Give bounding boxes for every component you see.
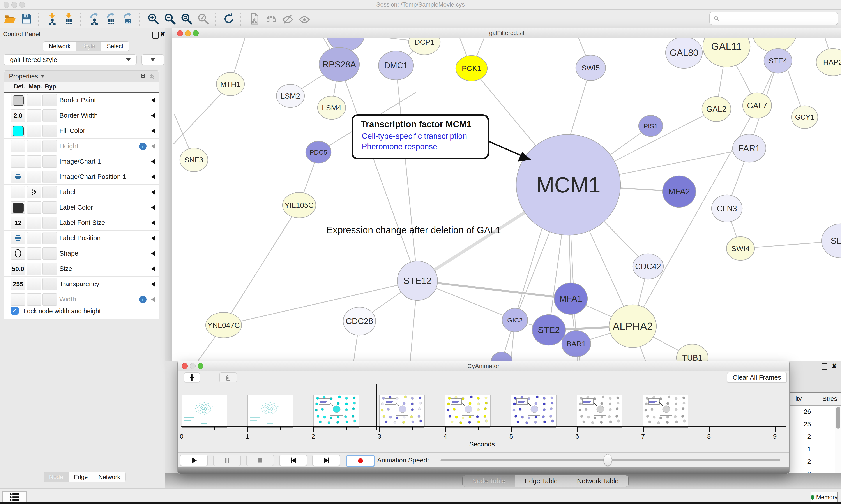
def-cell[interactable] <box>11 140 25 152</box>
default-swatch[interactable] <box>13 202 24 213</box>
collapse-arrow-icon[interactable] <box>151 251 155 256</box>
table-row[interactable]: 2 <box>789 431 835 443</box>
byp-cell[interactable] <box>42 125 57 137</box>
table-row[interactable]: 2 <box>789 456 835 468</box>
map-cell[interactable] <box>27 263 41 275</box>
play-button[interactable] <box>180 455 208 466</box>
node-mfa2[interactable]: MFA2 <box>662 176 696 207</box>
node-yil105c[interactable]: YIL105C <box>283 193 316 218</box>
map-cell[interactable] <box>27 94 41 106</box>
import-table-icon[interactable] <box>62 12 75 25</box>
frame-thumbnail-7[interactable] <box>643 395 688 426</box>
collapse-arrow-icon[interactable] <box>151 98 155 103</box>
tab-select[interactable]: Select <box>101 41 129 51</box>
clear-all-frames-button[interactable]: Clear All Frames <box>727 372 787 383</box>
node-alpha2[interactable]: ALPHA2 <box>609 305 656 348</box>
property-row-height[interactable]: Heighti <box>4 139 159 154</box>
node-mth1[interactable]: MTH1 <box>216 72 245 96</box>
node-swi4[interactable]: SWI4 <box>727 237 754 260</box>
node-lsm2[interactable]: LSM2 <box>276 84 304 108</box>
style-options-button[interactable] <box>142 54 164 65</box>
node-snf3[interactable]: SNF3 <box>180 148 208 172</box>
collapse-arrow-icon[interactable] <box>151 297 155 302</box>
scrollbar-thumb[interactable] <box>836 407 840 429</box>
tab-node-table[interactable]: Node Table <box>463 475 515 487</box>
property-row-shape[interactable]: Shape <box>4 246 159 261</box>
def-cell[interactable]: 12 <box>11 217 25 229</box>
node-slt2[interactable]: SLT2 <box>822 224 841 258</box>
default-value[interactable]: 2.0 <box>11 112 25 119</box>
default-swatch[interactable] <box>13 95 24 106</box>
collapse-arrow-icon[interactable] <box>151 205 155 210</box>
export-image-icon[interactable] <box>121 12 135 25</box>
node-pck1[interactable]: PCK1 <box>456 56 487 81</box>
collapse-arrow-icon[interactable] <box>151 282 155 287</box>
record-button[interactable] <box>346 455 375 467</box>
property-row-label-color[interactable]: Label Color <box>4 200 159 215</box>
zoom-in-icon[interactable] <box>146 12 160 25</box>
node-lsm4[interactable]: LSM4 <box>318 96 345 119</box>
node-swi5[interactable]: SWI5 <box>576 55 606 80</box>
node-pis1[interactable]: PIS1 <box>639 115 663 137</box>
property-row-transparency[interactable]: 255Transparency <box>4 276 159 292</box>
property-row-border-paint[interactable]: Border Paint <box>4 93 159 108</box>
byp-cell[interactable] <box>42 94 57 106</box>
annotation-box[interactable]: Transcription factor MCM1 Cell-type-spec… <box>352 114 489 159</box>
property-row-size[interactable]: 50.0Size <box>4 261 159 276</box>
expand-all-icon[interactable] <box>140 73 146 79</box>
add-frame-button[interactable] <box>184 373 200 382</box>
tab-edge[interactable]: Edge <box>69 472 93 482</box>
float-panel-icon[interactable] <box>153 32 159 38</box>
byp-cell[interactable] <box>42 109 57 122</box>
property-row-label[interactable]: Label <box>4 184 159 200</box>
property-row-image-chart-position-1[interactable]: Image/Chart Position 1 <box>4 169 159 184</box>
def-cell[interactable] <box>11 156 25 168</box>
edge[interactable] <box>223 281 417 325</box>
lock-size-checkbox[interactable]: ✓ <box>11 307 19 314</box>
property-row-image-chart-1[interactable]: Image/Chart 1 <box>4 154 159 169</box>
network-window-titlebar[interactable]: galFiltered.sif <box>172 28 841 38</box>
frame-thumbnail-1[interactable] <box>248 395 293 426</box>
collapse-arrow-icon[interactable] <box>151 175 155 179</box>
edge[interactable] <box>339 65 417 281</box>
property-row-fill-color[interactable]: Fill Color <box>4 123 159 139</box>
annotation-link[interactable]: Pheromone response <box>362 142 437 151</box>
map-cell[interactable] <box>27 247 41 260</box>
export-network-icon[interactable] <box>88 12 101 25</box>
column-header[interactable]: Stres <box>822 395 837 402</box>
map-cell[interactable] <box>27 109 41 122</box>
byp-cell[interactable] <box>42 232 57 244</box>
map-cell[interactable] <box>27 125 41 137</box>
map-cell[interactable] <box>27 171 41 183</box>
annotation-link[interactable]: Cell-type-specific transcription <box>362 131 467 141</box>
tab-network[interactable]: Network <box>93 472 126 482</box>
byp-cell[interactable] <box>42 156 57 168</box>
node-gic2[interactable]: GIC2 <box>502 308 527 332</box>
collapse-arrow-icon[interactable] <box>151 220 155 225</box>
frame-thumbnail-6[interactable] <box>577 395 622 426</box>
table-row[interactable]: 1 <box>789 443 835 456</box>
memory-button[interactable]: Memory <box>811 492 838 503</box>
def-cell[interactable] <box>11 125 25 137</box>
node-hap2[interactable]: HAP2 <box>816 49 841 76</box>
style-selector[interactable]: galFiltered Style <box>3 54 137 65</box>
save-session-icon[interactable] <box>20 12 33 25</box>
network-canvas[interactable]: GAL11DCP1RPS28ADMC1PCK1MTH1LSM2LSM4SWI5G… <box>172 38 841 362</box>
default-value[interactable]: 255 <box>11 281 25 288</box>
def-cell[interactable] <box>11 94 25 106</box>
refresh-view-icon[interactable] <box>222 12 236 25</box>
node-bar1[interactable]: BAR1 <box>562 330 591 357</box>
import-network-icon[interactable] <box>45 12 59 25</box>
export-table-icon[interactable] <box>104 12 118 25</box>
map-cell[interactable] <box>27 217 41 229</box>
def-cell[interactable]: 2.0 <box>11 109 25 122</box>
tab-edge-table[interactable]: Edge Table <box>515 475 568 487</box>
node-dmc1[interactable]: DMC1 <box>378 51 413 80</box>
search-input[interactable] <box>722 15 838 22</box>
delete-frame-button[interactable] <box>219 373 237 382</box>
node-tub1[interactable]: TUB1 <box>677 344 708 362</box>
def-cell[interactable] <box>11 186 25 198</box>
byp-cell[interactable] <box>42 171 57 183</box>
tab-node[interactable]: Node <box>44 472 69 482</box>
frame-thumbnail-5[interactable] <box>511 395 556 426</box>
